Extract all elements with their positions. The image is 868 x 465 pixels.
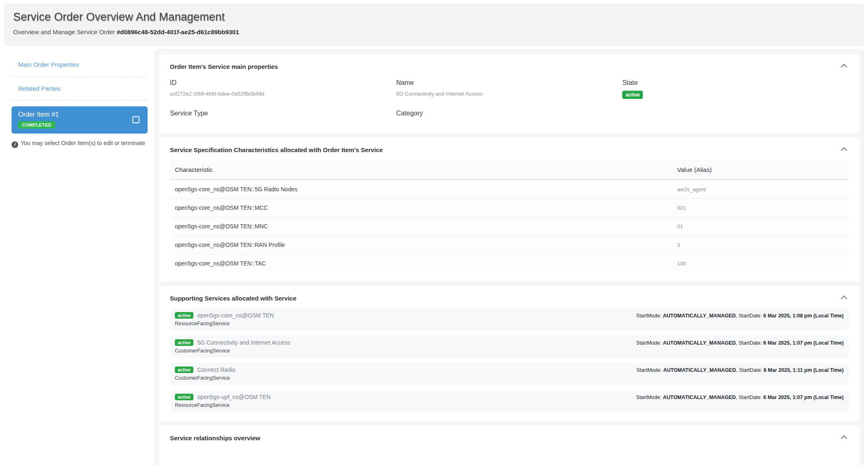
field-id-label: ID	[170, 79, 396, 87]
characteristics-table: Characteristic Value (Alias) open5gs-cor…	[170, 160, 849, 272]
characteristic-name: open5gs-core_ns@OSM TEN::TAC	[170, 254, 672, 273]
order-item-title: Order Item #1	[18, 111, 59, 118]
field-state: State active	[622, 79, 849, 99]
characteristic-value: aw2s_agent	[672, 180, 849, 199]
service-start-info: StartMode: AUTOMATICALLY_MANAGED, StartD…	[637, 366, 844, 373]
characteristic-row: open5gs-core_ns@OSM TEN::TAC 100	[170, 254, 849, 273]
service-state-badge: active	[175, 312, 193, 319]
characteristic-value: 001	[672, 199, 849, 217]
order-item-card[interactable]: Order Item #1 COMPLETED	[12, 106, 148, 134]
main-content: Order Item's Service main properties ID …	[155, 49, 864, 465]
sidebar: Main Order Properties Related Parties Or…	[4, 49, 153, 148]
characteristic-name: open5gs-core_ns@OSM TEN::5G Radio Nodes	[170, 180, 672, 199]
page-header: Service Order Overview And Management Ov…	[4, 3, 864, 46]
characteristic-row: open5gs-core_ns@OSM TEN::MCC 001	[170, 199, 849, 217]
startmode-label: StartMode:	[636, 313, 663, 319]
sidebar-hint: iYou may select Order Item(s) to edit or…	[12, 139, 148, 148]
supporting-service-item[interactable]: active open5gs-upf_ns@OSM TEN ResourceFa…	[170, 390, 849, 412]
characteristic-name: open5gs-core_ns@OSM TEN::RAN Profile	[170, 236, 672, 254]
field-id: ID ccf272e2-1f69-4bfd-bdee-0a52ffb0b49d	[170, 79, 396, 99]
panel-title-supporting-services: Supporting Services allocated with Servi…	[170, 295, 296, 302]
startmode-label: StartMode:	[636, 395, 663, 400]
state-badge: active	[622, 91, 643, 99]
panel-main-properties: Order Item's Service main properties ID …	[159, 54, 859, 133]
characteristic-name: open5gs-core_ns@OSM TEN::MCC	[170, 199, 672, 217]
startdate-label: , StartDate:	[736, 313, 763, 319]
startmode-value: AUTOMATICALLY_MANAGED	[663, 395, 736, 400]
service-type: ResourceFacingService	[175, 402, 271, 408]
field-service-type: Service Type	[170, 110, 396, 117]
service-name: Connect Radio	[197, 366, 235, 373]
sidebar-link-related-parties[interactable]: Related Parties	[12, 82, 148, 94]
order-id: #d0896c48-52dd-401f-ae25-d61c89bb9301	[117, 28, 239, 35]
startdate-label: , StartDate:	[736, 340, 763, 346]
chevron-up-icon[interactable]	[841, 296, 847, 302]
service-name: open5gs-upf_ns@OSM TEN	[197, 394, 271, 400]
startdate-value: 6 Mar 2025, 1:08 pm (Local Time)	[763, 313, 844, 319]
field-category-label: Category	[396, 110, 623, 117]
field-service-type-label: Service Type	[170, 110, 396, 117]
supporting-service-item[interactable]: active 5G Connectivity and Internet Acce…	[170, 336, 849, 358]
startmode-value: AUTOMATICALLY_MANAGED	[663, 340, 736, 346]
startmode-value: AUTOMATICALLY_MANAGED	[663, 367, 736, 373]
panel-characteristics: Service Specification Characteristics al…	[159, 137, 859, 282]
panel-title-main-properties: Order Item's Service main properties	[170, 63, 278, 70]
startdate-label: , StartDate:	[736, 367, 764, 373]
field-state-label: State	[622, 79, 849, 87]
field-category: Category	[396, 110, 623, 117]
column-header-characteristic: Characteristic	[170, 160, 672, 180]
service-state-badge: active	[175, 339, 193, 346]
service-state-badge: active	[175, 394, 193, 400]
service-type: ResourceFacingService	[175, 321, 274, 326]
startdate-value: 6 Mar 2025, 1:07 pm (Local Time)	[763, 395, 844, 400]
order-item-status-badge: COMPLETED	[18, 121, 55, 129]
service-state-badge: active	[175, 366, 193, 373]
supporting-service-item[interactable]: active Connect Radio CustomerFacingServi…	[170, 363, 849, 385]
characteristic-row: open5gs-core_ns@OSM TEN::MNC 01	[170, 217, 849, 236]
characteristic-row: open5gs-core_ns@OSM TEN::5G Radio Nodes …	[170, 180, 849, 199]
service-start-info: StartMode: AUTOMATICALLY_MANAGED, StartD…	[636, 339, 844, 346]
supporting-service-item[interactable]: active open5gs-core_ns@OSM TEN ResourceF…	[170, 308, 849, 331]
chevron-up-icon[interactable]	[841, 64, 847, 70]
info-icon: i	[12, 141, 18, 148]
service-start-info: StartMode: AUTOMATICALLY_MANAGED, StartD…	[636, 394, 844, 400]
service-start-info: StartMode: AUTOMATICALLY_MANAGED, StartD…	[636, 312, 844, 319]
column-header-value-alias: Value (Alias)	[672, 160, 849, 180]
subtitle-text: Overview and Manage Service Order	[13, 28, 117, 35]
panel-title-service-relationships: Service relationships overview	[170, 434, 260, 442]
chevron-up-icon[interactable]	[841, 147, 847, 154]
panel-title-characteristics: Service Specification Characteristics al…	[170, 146, 383, 153]
page-subtitle: Overview and Manage Service Order #d0896…	[13, 28, 854, 35]
startdate-label: , StartDate:	[736, 395, 763, 400]
characteristic-row: open5gs-core_ns@OSM TEN::RAN Profile 3	[170, 236, 849, 254]
field-name-value: 5G Connectivity and Internet Access	[396, 91, 623, 97]
field-id-value: ccf272e2-1f69-4bfd-bdee-0a52ffb0b49d	[170, 91, 396, 97]
chevron-up-icon[interactable]	[841, 435, 847, 442]
characteristic-value: 100	[672, 254, 849, 273]
divider	[12, 100, 148, 101]
page-title: Service Order Overview And Management	[13, 11, 854, 23]
panel-service-relationships: Service relationships overview	[159, 425, 859, 465]
startmode-value: AUTOMATICALLY_MANAGED	[663, 313, 736, 319]
divider	[12, 76, 148, 77]
sidebar-link-main-order-properties[interactable]: Main Order Properties	[12, 59, 148, 70]
field-name-label: Name	[396, 79, 623, 87]
startdate-value: 6 Mar 2025, 1:07 pm (Local Time)	[763, 340, 844, 346]
characteristic-name: open5gs-core_ns@OSM TEN::MNC	[170, 217, 672, 236]
panel-supporting-services: Supporting Services allocated with Servi…	[159, 286, 859, 421]
service-name: open5gs-core_ns@OSM TEN	[197, 312, 274, 319]
service-type: CustomerFacingService	[175, 348, 290, 354]
characteristic-value: 3	[672, 236, 849, 254]
startmode-label: StartMode:	[637, 367, 663, 373]
service-name: 5G Connectivity and Internet Access	[197, 339, 290, 346]
characteristic-value: 01	[672, 217, 849, 236]
sidebar-hint-text: You may select Order Item(s) to edit or …	[21, 140, 145, 146]
field-name: Name 5G Connectivity and Internet Access	[396, 79, 623, 99]
startdate-value: 6 Mar 2025, 1:11 pm (Local Time)	[764, 367, 844, 373]
service-type: CustomerFacingService	[175, 375, 235, 381]
order-item-checkbox[interactable]	[132, 116, 139, 123]
startmode-label: StartMode:	[636, 340, 663, 346]
